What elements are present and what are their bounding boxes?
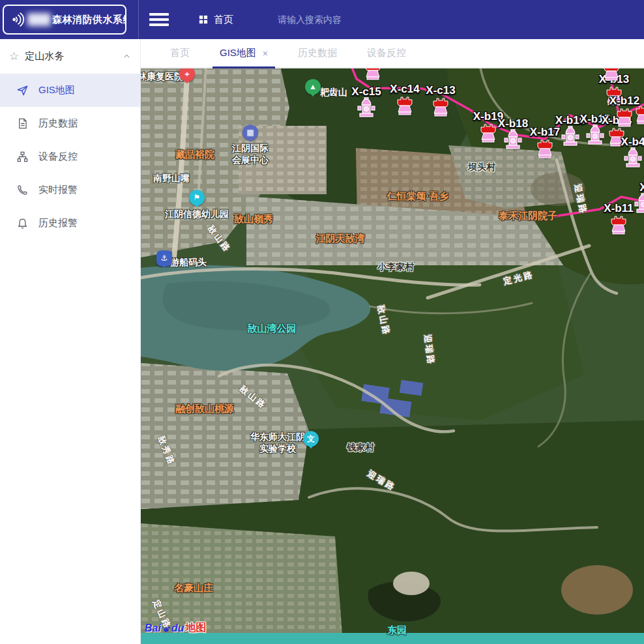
hydrant-marker-X-b13[interactable] [604, 85, 624, 107]
label-boat-dock: 游船码头 [170, 256, 207, 268]
tab-gis-map[interactable]: GIS地图× [205, 39, 283, 67]
search-input[interactable] [276, 14, 429, 25]
sidebar-item-gis-map[interactable]: GIS地图 [0, 74, 140, 107]
chevron-up-icon[interactable] [123, 52, 131, 61]
sitemap-icon [16, 151, 29, 163]
school-pin-icon[interactable]: 文 [303, 431, 319, 446]
sidebar-item-history-data[interactable]: 历史数据 [0, 107, 140, 140]
app-logo: 森林消防供水系统 [3, 5, 126, 35]
label-renheng-tangsong: 仁恒棠颂·吾乡 [387, 190, 449, 203]
tab-label: 首页 [170, 47, 190, 59]
hydrant-marker-X-b14[interactable] [607, 126, 626, 148]
tab-history-data[interactable]: 历史数据 [283, 39, 352, 67]
label-yingrui-road-3: 迎瑞路 [365, 469, 398, 494]
flag-pin-icon[interactable]: ⚑ [189, 190, 205, 205]
tab-label: GIS地图 [220, 47, 256, 59]
app-header: 森林消防供水系统 首页 [0, 0, 644, 39]
label-rongchuang-taoyuan: 融创敔山桃源 [175, 402, 234, 415]
sidebar-item-label: 历史报警 [38, 217, 78, 229]
hydrant-label-X-c14: X-c14 [390, 83, 419, 96]
label-dingshan-road: 定山路 [150, 598, 173, 632]
anchor-pin-icon[interactable]: ⚓ [156, 250, 172, 266]
app-title: 森林消防供水系统 [52, 14, 126, 26]
hydrant-marker-X-b19[interactable] [478, 122, 498, 144]
label-xiaolijia-village: 小李家村 [377, 261, 414, 272]
hydrant-marker-X-b17[interactable] [535, 138, 555, 160]
app-logo-icon [8, 11, 25, 28]
hydrant-label-X-b16: X-b16 [555, 114, 585, 127]
label-yushan-road-2: 敔山路 [375, 304, 392, 337]
hydrant-marker-X-b18[interactable] [503, 129, 523, 151]
hydrant-marker[interactable] [634, 104, 644, 126]
hydrant-marker-X-c13[interactable] [431, 96, 450, 118]
label-yuxiu-road: 敔秀路 [155, 435, 177, 468]
label-dongyuan: 东园 [387, 624, 407, 637]
gis-map-canvas[interactable]: 林康复医院耙齿山江阴国际 会展中心藏品裕院南野山嘴江阴信德幼儿园敔山嶺秀游船码头… [141, 68, 644, 644]
label-ecnu-school: 华东师大江阴 实验学校 [250, 431, 305, 454]
label-dingguang-road: 定光路 [503, 269, 536, 287]
document-icon [16, 117, 29, 130]
map-overlay: 林康复医院耙齿山江阴国际 会展中心藏品裕院南野山嘴江阴信德幼儿园敔山嶺秀游船码头… [141, 68, 644, 644]
building-pin-icon[interactable]: ▦ [242, 124, 258, 140]
label-convention-center: 江阴国际 会展中心 [232, 142, 269, 166]
hydrant-label-X-b19: X-b19 [473, 110, 503, 123]
hydrant-label-X-b15: X-b15 [580, 113, 610, 126]
hydrant-marker-X-b15[interactable] [585, 124, 605, 147]
tab-device-control[interactable]: 设备反控 [352, 39, 421, 67]
label-taihe-yuanzi: 泰禾江阴院子 [499, 209, 557, 222]
sidebar-item-label: GIS地图 [38, 84, 75, 96]
sidebar-group-dingshan[interactable]: ☆ 定山水务 [0, 39, 140, 74]
hydrant-label-X-c13: X-c13 [426, 84, 455, 97]
label-pachishan: 耙齿山 [320, 86, 347, 98]
pin-glyph: ▲ [309, 82, 317, 91]
label-yushan-lingxiu: 敔山嶺秀 [234, 212, 273, 226]
sidebar-menu: GIS地图历史数据设备反控实时报警历史报警 [0, 74, 140, 240]
hydrant-marker-X-b4[interactable] [623, 147, 643, 169]
sidebar-item-realtime-alarm[interactable]: 实时报警 [0, 173, 140, 207]
label-cangpin-yuyuan: 藏品裕院 [175, 148, 214, 161]
label-minghao-villa: 名豪山庄 [174, 581, 213, 594]
pin-glyph: 文 [307, 433, 315, 445]
tab-home[interactable]: 首页 [155, 39, 205, 67]
header-home-nav[interactable]: 首页 [199, 14, 233, 26]
tab-label: 设备反控 [367, 47, 406, 59]
mountain-pin-icon[interactable]: ▲ [305, 79, 321, 95]
hydrant-marker-X-c15[interactable] [357, 97, 376, 119]
pin-glyph: ⚓ [161, 254, 168, 263]
label-qianjia-village: 钱家村 [347, 441, 374, 453]
hydrant-marker-X-b11[interactable] [609, 214, 628, 236]
sidebar-item-label: 历史数据 [38, 117, 78, 130]
phone-icon [16, 184, 29, 196]
label-nanye-shanzui: 南野山嘴 [153, 172, 190, 184]
send-icon [16, 84, 29, 96]
hydrant-marker-X-c14[interactable] [395, 95, 415, 117]
hydrant-marker[interactable] [363, 68, 383, 81]
hydrant-marker-X[interactable] [634, 193, 644, 215]
pin-glyph: ⚑ [194, 193, 201, 202]
label-yingrui-road-2: 迎瑞路 [572, 183, 589, 216]
sidebar-item-device-control[interactable]: 设备反控 [0, 140, 140, 173]
hydrant-marker[interactable] [602, 68, 621, 82]
tab-close-icon[interactable]: × [263, 49, 268, 58]
label-yingrui-road-1: 迎瑞路 [421, 334, 436, 366]
hydrant-marker-X-b12[interactable] [615, 106, 634, 128]
sidebar: ☆ 定山水务 GIS地图历史数据设备反控实时报警历史报警 [0, 39, 141, 644]
tab-label: 历史数据 [298, 47, 337, 59]
label-yushan-road-1: 敔山路 [205, 224, 233, 255]
hospital-pin-icon[interactable]: ＋ [179, 68, 195, 81]
tab-bar: 首页GIS地图×历史数据设备反控 [141, 39, 644, 68]
label-batou-village: 坝头村 [468, 161, 495, 173]
label-tianyuwan: 江阴天敔湾 [316, 232, 365, 245]
bell-icon [16, 217, 29, 229]
pin-glyph: ＋ [183, 68, 191, 80]
hydrant-marker-X-b16[interactable] [561, 126, 580, 148]
hydrant-label-X-c15: X-c15 [351, 85, 381, 98]
grid-icon [199, 15, 208, 24]
hamburger-menu-icon[interactable] [149, 13, 169, 26]
hydrant-label-X: X [639, 181, 644, 194]
sidebar-item-history-alarm[interactable]: 历史报警 [0, 207, 140, 240]
sidebar-group-label: 定山水务 [25, 50, 64, 63]
pin-glyph: ▦ [246, 128, 254, 137]
header-divider [138, 0, 139, 39]
sidebar-item-label: 实时报警 [38, 184, 78, 196]
